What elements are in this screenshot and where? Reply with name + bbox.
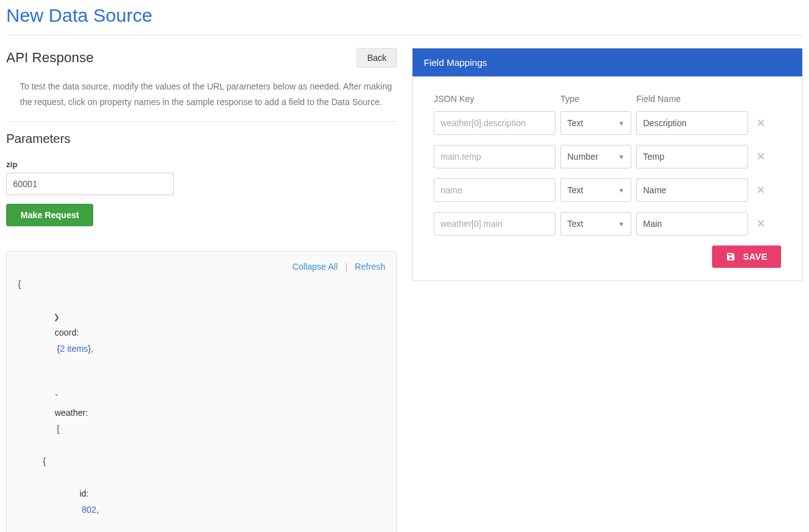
json-key-input[interactable] [434,178,555,202]
field-mappings-title: Field Mappings [413,48,802,76]
caret-down-icon: ▼ [618,154,624,160]
column-header-field-name: Field Name [636,94,748,104]
json-bracket: [ [57,424,60,434]
type-select-value: Number [567,152,598,162]
type-select-value: Text [567,185,583,195]
api-response-title: API Response [6,50,94,66]
column-header-type: Type [560,94,631,104]
field-name-input[interactable] [636,178,748,202]
json-key-weather[interactable]: weather: [55,408,88,418]
parameters-title: Parameters [6,132,397,146]
json-coord-summary[interactable]: 2 items [60,344,88,354]
json-key-id[interactable]: id: [80,488,89,498]
refresh-link[interactable]: Refresh [355,262,385,272]
column-header-json-key: JSON Key [434,94,555,104]
chevron-down-icon[interactable]: ˅ [52,391,61,405]
caret-down-icon: ▼ [618,120,624,127]
caret-down-icon: ▼ [618,221,624,227]
remove-row-icon[interactable]: ✕ [753,217,768,231]
field-name-input[interactable] [636,212,748,236]
type-select-value: Text [567,219,583,229]
save-button[interactable]: SAVE [712,245,781,268]
json-line: { [18,454,385,470]
mapping-row: Number ▼ ✕ [434,145,781,168]
field-name-input[interactable] [636,111,748,135]
json-tree[interactable]: { ❯ coord: {2 items}, ˅ weather: [ { id:… [18,277,385,532]
collapse-all-link[interactable]: Collapse All [292,262,337,272]
json-response-panel: Collapse All | Refresh { ❯ coord: {2 ite… [6,251,397,532]
type-select[interactable]: Number ▼ [560,145,631,168]
type-select-value: Text [567,118,583,128]
field-mappings-card: Field Mappings JSON Key Type Field Name … [412,48,803,281]
json-key-input[interactable] [434,145,555,168]
json-val: 802 [82,505,96,515]
json-line: { [18,277,385,293]
type-select[interactable]: Text ▼ [560,178,631,202]
save-button-label: SAVE [743,252,767,262]
remove-row-icon[interactable]: ✕ [753,116,768,130]
make-request-button[interactable]: Make Request [6,204,93,226]
mapping-row: Text ▼ ✕ [434,212,781,236]
remove-row-icon[interactable]: ✕ [753,150,768,163]
remove-row-icon[interactable]: ✕ [753,183,768,197]
type-select[interactable]: Text ▼ [560,111,631,135]
json-key-coord[interactable]: coord: [55,328,79,337]
param-zip-input[interactable] [6,173,174,195]
page-title: New Data Source [6,0,803,35]
param-zip-label: zip [6,160,397,169]
save-icon [726,252,736,262]
field-name-input[interactable] [636,145,748,168]
mapping-row: Text ▼ ✕ [434,178,781,202]
chevron-right-icon[interactable]: ❯ [52,310,61,324]
json-key-input[interactable] [434,111,555,135]
mapping-row: Text ▼ ✕ [434,111,781,135]
toolbar-separator: | [345,262,347,272]
caret-down-icon: ▼ [618,187,624,194]
json-key-input[interactable] [434,212,555,236]
back-button[interactable]: Back [357,48,397,68]
helper-text: To test the data source, modify the valu… [6,76,397,122]
type-select[interactable]: Text ▼ [560,212,631,236]
